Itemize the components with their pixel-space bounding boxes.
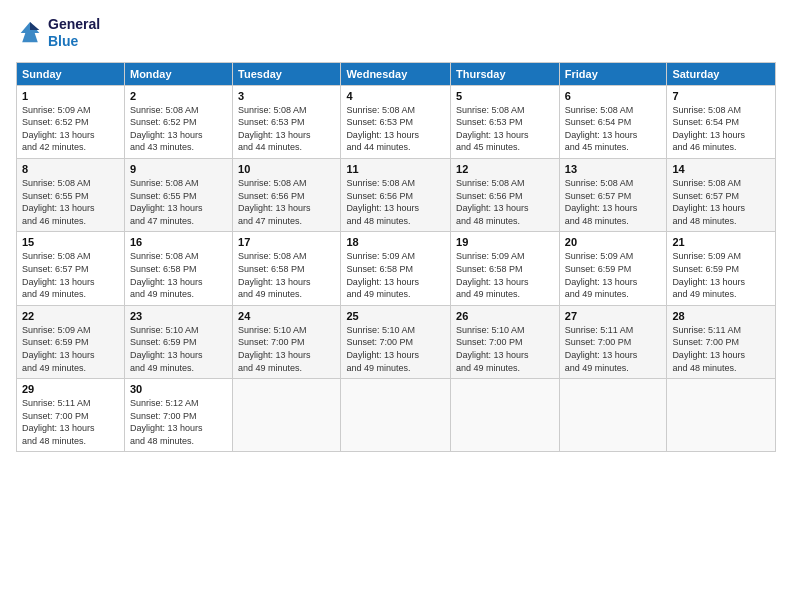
daylight-label: Daylight: 13 hours [238,350,311,360]
day-number: 28 [672,310,770,322]
day-info: Sunrise: 5:11 AM Sunset: 7:00 PM Dayligh… [672,324,770,374]
col-header-thursday: Thursday [451,62,560,85]
daylight-label: Daylight: 13 hours [565,203,638,213]
header: General Blue [16,16,776,50]
day-info: Sunrise: 5:08 AM Sunset: 6:53 PM Dayligh… [346,104,445,154]
day-cell-18: 18 Sunrise: 5:09 AM Sunset: 6:58 PM Dayl… [341,232,451,305]
daylight-label: Daylight: 13 hours [672,130,745,140]
daylight-label: Daylight: 13 hours [346,130,419,140]
daylight-label: Daylight: 13 hours [130,277,203,287]
day-number: 30 [130,383,227,395]
day-number: 23 [130,310,227,322]
daylight-label: Daylight: 13 hours [456,277,529,287]
sunset-label: Sunset: 7:00 PM [672,337,739,347]
calendar-table: SundayMondayTuesdayWednesdayThursdayFrid… [16,62,776,453]
daylight-value: and 49 minutes. [130,363,194,373]
day-cell-22: 22 Sunrise: 5:09 AM Sunset: 6:59 PM Dayl… [17,305,125,378]
daylight-value: and 46 minutes. [672,142,736,152]
daylight-value: and 49 minutes. [130,289,194,299]
day-number: 16 [130,236,227,248]
daylight-label: Daylight: 13 hours [456,350,529,360]
day-number: 12 [456,163,554,175]
day-number: 1 [22,90,119,102]
day-number: 14 [672,163,770,175]
empty-cell [451,379,560,452]
daylight-value: and 49 minutes. [346,363,410,373]
daylight-value: and 49 minutes. [22,289,86,299]
daylight-value: and 49 minutes. [238,363,302,373]
day-number: 2 [130,90,227,102]
daylight-value: and 48 minutes. [565,216,629,226]
daylight-value: and 48 minutes. [672,216,736,226]
day-cell-20: 20 Sunrise: 5:09 AM Sunset: 6:59 PM Dayl… [559,232,667,305]
day-cell-8: 8 Sunrise: 5:08 AM Sunset: 6:55 PM Dayli… [17,158,125,231]
sunrise-label: Sunrise: 5:11 AM [565,325,634,335]
day-info: Sunrise: 5:08 AM Sunset: 6:56 PM Dayligh… [346,177,445,227]
daylight-value: and 48 minutes. [22,436,86,446]
daylight-label: Daylight: 13 hours [22,203,95,213]
sunset-label: Sunset: 6:52 PM [22,117,89,127]
sunrise-label: Sunrise: 5:09 AM [22,105,91,115]
daylight-label: Daylight: 13 hours [672,350,745,360]
sunset-label: Sunset: 7:00 PM [130,411,197,421]
sunset-label: Sunset: 6:59 PM [565,264,632,274]
day-info: Sunrise: 5:08 AM Sunset: 6:57 PM Dayligh… [565,177,662,227]
sunset-label: Sunset: 6:55 PM [130,191,197,201]
day-cell-17: 17 Sunrise: 5:08 AM Sunset: 6:58 PM Dayl… [233,232,341,305]
empty-cell [233,379,341,452]
daylight-label: Daylight: 13 hours [238,277,311,287]
daylight-label: Daylight: 13 hours [22,423,95,433]
empty-cell [341,379,451,452]
sunrise-label: Sunrise: 5:08 AM [22,178,91,188]
day-info: Sunrise: 5:08 AM Sunset: 6:57 PM Dayligh… [672,177,770,227]
day-number: 24 [238,310,335,322]
sunset-label: Sunset: 6:58 PM [346,264,413,274]
sunrise-label: Sunrise: 5:09 AM [22,325,91,335]
col-header-friday: Friday [559,62,667,85]
sunset-label: Sunset: 6:57 PM [22,264,89,274]
sunset-label: Sunset: 7:00 PM [238,337,305,347]
daylight-label: Daylight: 13 hours [565,130,638,140]
sunset-label: Sunset: 6:58 PM [238,264,305,274]
daylight-label: Daylight: 13 hours [22,277,95,287]
day-number: 25 [346,310,445,322]
day-number: 13 [565,163,662,175]
day-cell-13: 13 Sunrise: 5:08 AM Sunset: 6:57 PM Dayl… [559,158,667,231]
daylight-label: Daylight: 13 hours [456,130,529,140]
day-info: Sunrise: 5:09 AM Sunset: 6:59 PM Dayligh… [565,250,662,300]
sunrise-label: Sunrise: 5:08 AM [456,105,525,115]
daylight-value: and 42 minutes. [22,142,86,152]
daylight-label: Daylight: 13 hours [565,350,638,360]
daylight-value: and 45 minutes. [565,142,629,152]
day-number: 8 [22,163,119,175]
sunrise-label: Sunrise: 5:08 AM [672,178,741,188]
day-cell-29: 29 Sunrise: 5:11 AM Sunset: 7:00 PM Dayl… [17,379,125,452]
sunset-label: Sunset: 6:58 PM [456,264,523,274]
day-info: Sunrise: 5:09 AM Sunset: 6:59 PM Dayligh… [672,250,770,300]
sunset-label: Sunset: 6:56 PM [346,191,413,201]
sunrise-label: Sunrise: 5:08 AM [346,178,415,188]
day-info: Sunrise: 5:11 AM Sunset: 7:00 PM Dayligh… [22,397,119,447]
sunrise-label: Sunrise: 5:09 AM [456,251,525,261]
day-cell-26: 26 Sunrise: 5:10 AM Sunset: 7:00 PM Dayl… [451,305,560,378]
day-cell-28: 28 Sunrise: 5:11 AM Sunset: 7:00 PM Dayl… [667,305,776,378]
day-info: Sunrise: 5:08 AM Sunset: 6:55 PM Dayligh… [22,177,119,227]
col-header-saturday: Saturday [667,62,776,85]
daylight-value: and 48 minutes. [130,436,194,446]
sunrise-label: Sunrise: 5:08 AM [672,105,741,115]
day-info: Sunrise: 5:08 AM Sunset: 6:56 PM Dayligh… [238,177,335,227]
header-row: SundayMondayTuesdayWednesdayThursdayFrid… [17,62,776,85]
empty-cell [667,379,776,452]
day-info: Sunrise: 5:08 AM Sunset: 6:54 PM Dayligh… [672,104,770,154]
day-number: 20 [565,236,662,248]
logo-text: General Blue [48,16,100,50]
day-info: Sunrise: 5:08 AM Sunset: 6:58 PM Dayligh… [238,250,335,300]
sunset-label: Sunset: 6:57 PM [565,191,632,201]
day-number: 7 [672,90,770,102]
day-number: 15 [22,236,119,248]
daylight-label: Daylight: 13 hours [456,203,529,213]
day-number: 3 [238,90,335,102]
day-number: 9 [130,163,227,175]
col-header-monday: Monday [124,62,232,85]
sunrise-label: Sunrise: 5:09 AM [672,251,741,261]
